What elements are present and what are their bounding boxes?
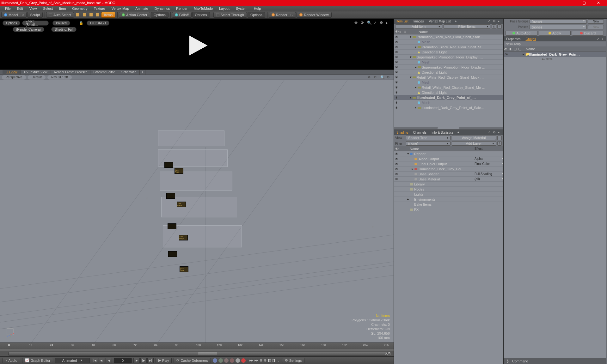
itemlist-scrollbar[interactable] <box>394 127 503 130</box>
misc-button[interactable]: ▸▸ <box>254 358 258 362</box>
settings-button[interactable]: ⚙ Settings <box>282 358 305 363</box>
select-options-button[interactable]: Options <box>248 12 265 18</box>
misc-button[interactable]: ◨ <box>272 358 275 362</box>
expand-icon[interactable]: ⤢ <box>488 130 492 134</box>
anim-icon[interactable] <box>241 358 246 363</box>
shader-row[interactable]: Nodes <box>394 187 503 192</box>
menu-texture[interactable]: Texture <box>91 7 108 10</box>
edge-mode-icon[interactable] <box>81 12 88 18</box>
s-button[interactable]: S <box>497 141 502 146</box>
minimize-button[interactable]: — <box>562 0 577 6</box>
add-tab-button[interactable]: + <box>140 70 146 75</box>
zoom-icon[interactable]: 🔍 <box>380 75 385 80</box>
apply-button[interactable]: Apply <box>539 31 571 36</box>
tab-vertex-map-list[interactable]: Vertex Map List <box>426 19 453 24</box>
move-icon[interactable]: ✥ <box>368 75 372 80</box>
goto-end-button[interactable]: ▶| <box>147 358 154 363</box>
play-icon[interactable] <box>187 34 209 57</box>
tab-info-statistics[interactable]: Info & Statistics <box>429 130 456 135</box>
close-icon[interactable]: ▸ <box>498 19 502 23</box>
animated-dropdown[interactable]: Animated ▼ <box>55 358 90 363</box>
cache-deformers-button[interactable]: ⟳ Cache Deformers <box>174 358 211 363</box>
chevron-icon[interactable]: ▸ <box>386 21 390 25</box>
expand-icon[interactable]: ⤢ <box>373 21 378 25</box>
menu-animate[interactable]: Animate <box>132 7 151 10</box>
menu-render[interactable]: Render <box>173 7 191 10</box>
f-button[interactable]: F <box>497 136 502 140</box>
item-row[interactable]: 👁▸Retail_White_Red_Display_Stand_Mo … <box>394 85 503 90</box>
tab-uv-texture-view[interactable]: UV Texture View <box>21 70 51 75</box>
items-mode-button[interactable]: Items <box>101 12 115 18</box>
item-row[interactable]: 👁Mesh <box>394 100 503 105</box>
new-passgroup-button[interactable]: New <box>588 19 604 24</box>
item-row[interactable]: 👁▸Illuminated_Dark_Grey_Point_of_Sale… <box>394 105 503 110</box>
step-back-button[interactable]: ◀ <box>106 358 112 363</box>
menu-help[interactable]: Help <box>251 7 264 10</box>
graph-editor-button[interactable]: 📈 Graph Editor <box>22 358 53 363</box>
item-row[interactable]: 👁Mesh <box>394 60 503 65</box>
action-options-button[interactable]: Options <box>151 12 169 18</box>
add-tab-button[interactable]: + <box>453 19 458 24</box>
anim-icon[interactable] <box>224 358 229 363</box>
auto-add-button[interactable]: Auto Add <box>506 31 537 36</box>
menu-maxtomodo[interactable]: MaxToModo <box>191 7 216 10</box>
menu-dynamics[interactable]: Dynamics <box>151 7 173 10</box>
tab-item-list[interactable]: Item List <box>394 19 411 24</box>
shader-row[interactable]: Lights <box>394 192 503 197</box>
falloff-options-button[interactable]: Options <box>192 12 210 18</box>
menu-edit[interactable]: Edit <box>14 7 26 10</box>
shader-filter-dropdown[interactable]: (none)▼ <box>406 141 451 146</box>
f-button[interactable]: F <box>497 24 502 29</box>
item-row[interactable]: 👁Directional Light <box>394 90 503 95</box>
timeline-scrollbar[interactable] <box>8 352 388 355</box>
shader-row[interactable]: 👁▾Render <box>394 151 503 156</box>
audio-button[interactable]: ♪ Audio <box>3 358 20 363</box>
preview-paused[interactable]: Paused <box>52 21 70 26</box>
sculpt-mode-button[interactable]: Sculpt <box>27 12 43 18</box>
maximize-button[interactable]: ▢ <box>577 0 591 6</box>
tab-schematic[interactable]: Schematic <box>118 70 140 75</box>
menu-system[interactable]: System <box>233 7 251 10</box>
anim-icon[interactable] <box>230 358 234 363</box>
next-key-button[interactable]: |▶ <box>140 358 147 363</box>
new-pass-button[interactable]: New <box>588 25 604 29</box>
lock-icon[interactable]: 🔒 <box>79 21 83 25</box>
close-icon[interactable]: ▸ <box>602 37 606 41</box>
item-row[interactable]: 👁▾Retail_White_Red_Display_Stand_Mock … <box>394 75 503 80</box>
axis-widget[interactable] <box>5 327 16 337</box>
zoom-icon[interactable]: 🔍 <box>367 21 371 25</box>
gear-icon[interactable]: ⚙ <box>387 75 391 80</box>
shader-row[interactable]: 👁Base Material(all) ▾ <box>394 177 503 182</box>
goto-start-button[interactable]: |◀ <box>92 358 98 363</box>
passgroups-dropdown[interactable]: (none)▼ <box>530 19 587 24</box>
close-icon[interactable]: ▸ <box>498 130 502 134</box>
add-tab-button[interactable]: + <box>538 36 543 41</box>
misc-button[interactable]: ▸▸ <box>249 358 253 362</box>
menu-vertex-map[interactable]: Vertex Map <box>108 7 132 10</box>
shader-row[interactable]: FX <box>394 207 503 212</box>
preview-options[interactable]: Options <box>3 21 20 26</box>
shader-row[interactable]: Bake Items <box>394 202 503 207</box>
item-row[interactable]: 👁Directional Light <box>394 50 503 55</box>
refresh-icon[interactable]: ⟳ <box>361 21 365 25</box>
close-button[interactable]: ✕ <box>591 0 606 6</box>
3d-viewport[interactable]: Your Page Your Page Your Page Your Page … <box>0 80 394 343</box>
tab-groups[interactable]: Groups <box>523 36 539 41</box>
expand-icon[interactable]: ⤢ <box>488 19 492 23</box>
step-fwd-button[interactable]: ▶ <box>133 358 140 363</box>
timeline[interactable]: 0 225 0122436486072849610812013214415616… <box>0 343 394 356</box>
shader-row[interactable]: 👁Final Color OutputFinal Color ▾ <box>394 161 503 167</box>
item-row[interactable]: 👁Mesh <box>394 80 503 85</box>
groups-tree[interactable]: 👁 ▸ 📁 Illuminated_Dark_Grey_Poin… 11 Ite… <box>504 52 606 358</box>
vertex-mode-icon[interactable] <box>75 12 81 18</box>
anim-icon[interactable] <box>213 358 217 363</box>
prev-key-button[interactable]: ◀| <box>99 358 105 363</box>
tab-shading[interactable]: Shading <box>394 130 411 135</box>
material-mode-icon[interactable] <box>95 12 101 18</box>
item-row[interactable]: 👁▾Promotion_Black_Red_Floor_Shelf_Stan … <box>394 34 503 39</box>
item-row[interactable]: 👁Directional Light <box>394 70 503 75</box>
move-icon[interactable]: ✥ <box>354 21 359 25</box>
shader-row[interactable]: 👁Base ShaderFull Shading ▾ <box>394 172 503 177</box>
menu-geometry[interactable]: Geometry <box>69 7 90 10</box>
misc-button[interactable]: ⊖ <box>264 358 267 362</box>
